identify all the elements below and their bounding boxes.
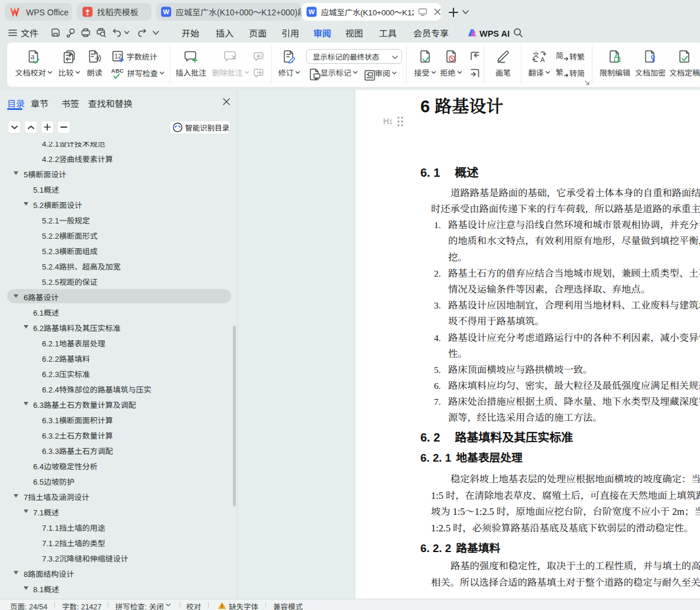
svg-text:W: W [163, 8, 170, 15]
svg-text:A: A [540, 56, 545, 63]
svg-text:繁: 繁 [556, 66, 563, 77]
svg-text:ABC: ABC [111, 67, 124, 74]
svg-text:a: a [31, 52, 35, 61]
svg-text:文: 文 [533, 50, 539, 59]
svg-text:12: 12 [115, 53, 122, 60]
svg-text:W: W [309, 8, 315, 15]
svg-text:简: 简 [556, 50, 563, 61]
